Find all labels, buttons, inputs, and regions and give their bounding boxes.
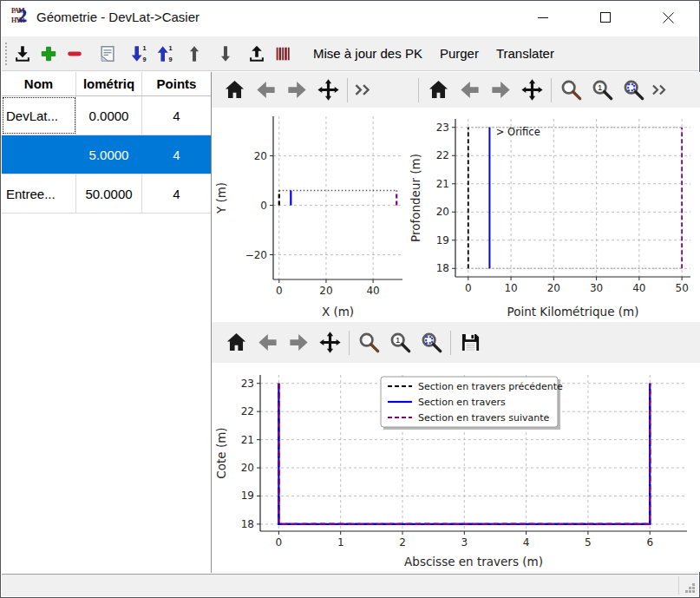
zoom-button[interactable] (555, 76, 586, 105)
svg-text:Y (m): Y (m) (214, 182, 228, 214)
import-icon (13, 44, 32, 63)
remove-button[interactable] (62, 40, 88, 68)
svg-text:5: 5 (585, 536, 592, 549)
pan-button[interactable] (312, 76, 343, 105)
svg-text:30: 30 (590, 282, 603, 294)
toolbar-separator (450, 331, 451, 355)
forward-button[interactable] (283, 328, 314, 358)
status-bar (2, 574, 698, 596)
svg-text:20: 20 (547, 282, 560, 294)
table-row[interactable]: Entree... 50.0000 4 (2, 174, 211, 214)
back-button[interactable] (454, 76, 485, 105)
home-button[interactable] (220, 328, 252, 358)
svg-text:19: 19 (436, 234, 449, 246)
edit-button[interactable] (95, 40, 121, 68)
cell-nom[interactable] (2, 135, 76, 174)
column-header-kilometrique[interactable]: lométriq (76, 72, 142, 95)
pk-bars-icon (273, 44, 292, 63)
sort-descending-button[interactable]: 1 9 (152, 40, 178, 68)
close-button[interactable] (650, 1, 686, 34)
pan-button[interactable] (516, 76, 547, 105)
zoom-selection-button[interactable] (618, 76, 649, 105)
cell-points[interactable]: 4 (142, 174, 211, 213)
back-button[interactable] (250, 76, 281, 105)
add-button[interactable] (36, 40, 62, 68)
svg-text:21: 21 (436, 178, 449, 190)
cell-points[interactable]: 4 (142, 96, 211, 135)
toolbar-overflow-button[interactable] (351, 76, 374, 105)
cell-pk[interactable]: 0.0000 (76, 96, 142, 135)
column-header-points[interactable]: Points (142, 72, 211, 95)
svg-text:2: 2 (399, 536, 406, 549)
home-icon (225, 331, 248, 354)
maximize-icon (600, 12, 611, 23)
svg-text:40: 40 (632, 282, 645, 294)
profile-panel: 1 01020304050181920212223Point Kilométri… (408, 72, 700, 322)
update-pk-button[interactable] (270, 40, 296, 68)
move-down-button[interactable] (213, 40, 239, 68)
cell-pk[interactable]: 5.0000 (76, 135, 142, 174)
add-icon (39, 44, 58, 63)
svg-text:21: 21 (241, 434, 254, 446)
table-row-selected[interactable]: 5.0000 4 (2, 135, 211, 174)
toolbar-overflow-button[interactable] (649, 76, 670, 105)
svg-text:9: 9 (168, 56, 172, 63)
move-up-button[interactable] (181, 40, 207, 68)
resize-grip[interactable] (684, 582, 696, 594)
cell-pk[interactable]: 50.0000 (76, 174, 142, 213)
back-button[interactable] (252, 328, 283, 358)
app-window: PAM HYR 2 Géometrie - DevLat->Casier (0, 0, 700, 598)
maximize-button[interactable] (587, 1, 624, 34)
home-icon (427, 78, 450, 102)
close-icon (663, 12, 674, 23)
home-button[interactable] (422, 76, 454, 105)
forward-button[interactable] (281, 76, 312, 105)
table-row[interactable]: DevLat... 0.0000 4 (2, 96, 211, 135)
move-down-icon (216, 44, 235, 63)
table-header-row: Nom lométriq Points (2, 72, 211, 96)
svg-text:Section en travers suivante: Section en travers suivante (418, 412, 549, 424)
profile-plot-canvas[interactable]: 01020304050181920212223Point Kilométriqu… (408, 108, 700, 322)
zoom-original-button[interactable]: 1 (586, 76, 618, 105)
svg-text:X (m): X (m) (322, 305, 354, 319)
export-icon (247, 44, 266, 63)
pan-icon (318, 331, 342, 354)
translate-action-button[interactable]: Translater (487, 40, 563, 68)
svg-text:3: 3 (461, 536, 468, 549)
svg-text:20: 20 (436, 206, 449, 218)
cross-section-plot-canvas[interactable]: 0123456181920212223Abscisse en travers (… (212, 363, 700, 572)
toolbar-separator (349, 331, 350, 355)
svg-text:Cote (m): Cote (m) (214, 427, 228, 478)
svg-text:50: 50 (676, 282, 689, 294)
zoom-rect-icon (622, 78, 645, 102)
save-figure-button[interactable] (455, 328, 486, 358)
title-bar[interactable]: PAM HYR 2 Géometrie - DevLat->Casier (2, 1, 698, 36)
zoom-original-button[interactable]: 1 (384, 328, 415, 358)
svg-text:23: 23 (436, 122, 449, 134)
sort-ascending-button[interactable]: 1 9 (126, 40, 152, 68)
svg-text:20: 20 (254, 150, 267, 162)
purge-action-button[interactable]: Purger (431, 40, 487, 68)
update-pk-action-button[interactable]: Mise à jour des PK (304, 40, 431, 68)
zoom-icon (559, 78, 583, 102)
cell-points[interactable]: 4 (142, 135, 211, 174)
cross-section-panel: 1 0123456181920212223Abscisse en tr (212, 322, 700, 574)
import-button[interactable] (10, 40, 36, 68)
forward-button[interactable] (485, 76, 516, 105)
minimize-button[interactable] (525, 1, 561, 34)
zoom-selection-button[interactable] (415, 328, 447, 358)
svg-text:1: 1 (142, 44, 146, 52)
pan-button[interactable] (314, 328, 345, 358)
svg-text:Section en travers: Section en travers (418, 397, 506, 408)
zoom-button[interactable] (353, 328, 384, 358)
chevron-overflow-icon (649, 78, 670, 102)
cell-nom[interactable]: DevLat... (2, 96, 76, 135)
home-icon (223, 78, 246, 102)
svg-text:> Orifice: > Orifice (496, 126, 540, 138)
svg-text:18: 18 (241, 518, 254, 530)
cell-nom[interactable]: Entree... (2, 174, 76, 213)
export-button[interactable] (244, 40, 270, 68)
home-button[interactable] (219, 76, 250, 105)
column-header-nom[interactable]: Nom (2, 72, 76, 95)
plan-view-plot-canvas[interactable]: 02040−20020X (m)Y (m) (212, 108, 408, 322)
